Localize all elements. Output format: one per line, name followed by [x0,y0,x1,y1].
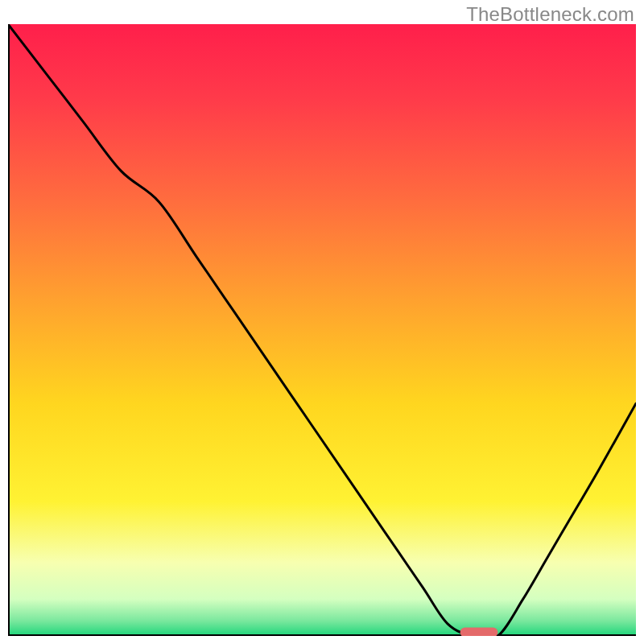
watermark-label: TheBottleneck.com [466,3,634,26]
chart-root: TheBottleneck.com [0,0,644,644]
chart-svg [8,24,636,636]
gradient-background [8,24,636,636]
plot-area [8,24,636,636]
optimal-marker [460,627,498,636]
